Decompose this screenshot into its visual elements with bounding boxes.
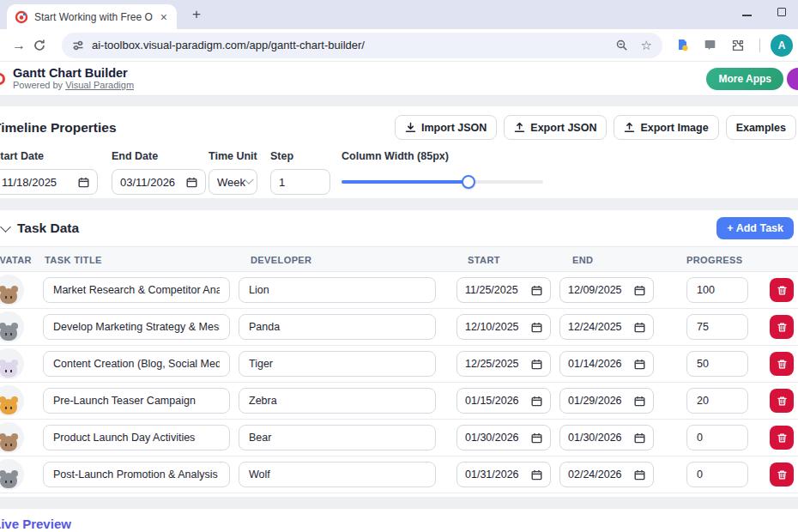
- user-avatar[interactable]: [787, 68, 798, 90]
- progress-input[interactable]: [686, 425, 748, 450]
- calendar-icon[interactable]: [634, 359, 645, 370]
- start-date-input[interactable]: [456, 425, 551, 450]
- flag-extension-icon[interactable]: [704, 39, 716, 51]
- end-date-input[interactable]: [559, 388, 654, 414]
- end-date-input[interactable]: [559, 351, 654, 377]
- start-date-input[interactable]: [0, 169, 98, 195]
- export-json-button[interactable]: Export JSON: [504, 115, 607, 140]
- step-input[interactable]: [270, 169, 330, 195]
- end-date-input[interactable]: [559, 277, 654, 303]
- url-text[interactable]: ai-toolbox.visual-paradigm.com/app/gantt…: [92, 39, 603, 51]
- delete-task-button[interactable]: [770, 426, 794, 450]
- progress-input[interactable]: [686, 388, 748, 414]
- delete-task-button[interactable]: [770, 352, 794, 376]
- new-tab-button[interactable]: +: [187, 6, 206, 25]
- export-image-button[interactable]: Export Image: [614, 115, 718, 140]
- start-date-input[interactable]: [456, 388, 551, 414]
- more-apps-button[interactable]: More Apps: [706, 68, 783, 90]
- calendar-icon[interactable]: [531, 359, 542, 370]
- task-title-input[interactable]: [43, 388, 230, 414]
- end-date-input[interactable]: [559, 462, 654, 487]
- calendar-icon[interactable]: [634, 432, 645, 444]
- calendar-icon[interactable]: [634, 396, 645, 407]
- end-date-input[interactable]: [559, 314, 654, 340]
- add-task-button[interactable]: + Add Task: [716, 217, 794, 239]
- table-row: [0, 420, 798, 456]
- calendar-icon[interactable]: [531, 322, 542, 333]
- section-divider: [0, 198, 798, 210]
- end-date-input[interactable]: [559, 425, 654, 450]
- task-title-input[interactable]: [43, 277, 230, 303]
- calendar-icon[interactable]: [531, 432, 542, 444]
- time-unit-label: Time Unit: [209, 150, 257, 162]
- developer-input[interactable]: [239, 314, 436, 340]
- toolbar-divider: [759, 39, 760, 52]
- zoom-out-icon[interactable]: [615, 39, 629, 52]
- progress-input[interactable]: [686, 277, 748, 303]
- time-unit-select[interactable]: Week: [209, 169, 257, 195]
- window-maximize-button[interactable]: [777, 8, 786, 16]
- start-date-input[interactable]: [456, 351, 551, 377]
- developer-input[interactable]: [239, 351, 436, 377]
- delete-task-button[interactable]: [770, 389, 794, 413]
- start-date-input[interactable]: [456, 462, 551, 487]
- column-header-end: END: [572, 255, 593, 265]
- calendar-icon[interactable]: [531, 396, 542, 407]
- task-table-body: [0, 272, 798, 493]
- trash-icon: [777, 469, 788, 481]
- developer-input[interactable]: [239, 425, 436, 450]
- bear-avatar: [0, 422, 24, 453]
- progress-input[interactable]: [686, 314, 748, 340]
- site-settings-icon[interactable]: [72, 39, 84, 51]
- profile-avatar[interactable]: A: [771, 34, 793, 57]
- column-header-developer: DEVELOPER: [251, 255, 311, 265]
- powered-by-line: Powered by Visual Paradigm: [13, 80, 134, 91]
- task-data-collapse-toggle[interactable]: Task Data: [2, 221, 79, 236]
- column-width-slider[interactable]: [342, 169, 543, 195]
- browser-tab[interactable]: Start Working with Free Online ×: [7, 4, 177, 29]
- import-json-button[interactable]: Import JSON: [395, 115, 497, 140]
- visual-paradigm-link[interactable]: Visual Paradigm: [65, 80, 134, 90]
- reload-icon[interactable]: [29, 39, 50, 52]
- calendar-icon[interactable]: [78, 177, 89, 188]
- docs-extension-icon[interactable]: [676, 39, 689, 51]
- extensions-puzzle-icon[interactable]: [731, 39, 745, 52]
- forward-icon[interactable]: →: [9, 38, 29, 53]
- window-minimize-button[interactable]: [742, 15, 752, 16]
- delete-task-button[interactable]: [770, 315, 794, 339]
- browser-tab-strip: Start Working with Free Online × +: [0, 0, 798, 29]
- calendar-icon[interactable]: [531, 285, 542, 296]
- tab-close-icon[interactable]: ×: [159, 10, 169, 24]
- progress-input[interactable]: [686, 462, 748, 487]
- task-title-input[interactable]: [43, 425, 230, 450]
- chevron-down-icon: [244, 175, 253, 184]
- end-date-input[interactable]: [112, 169, 206, 195]
- calendar-icon[interactable]: [531, 469, 542, 481]
- live-preview-section: Live Preview: [0, 509, 798, 532]
- developer-input[interactable]: [239, 277, 436, 303]
- delete-task-button[interactable]: [770, 462, 794, 487]
- calendar-icon[interactable]: [634, 322, 645, 333]
- delete-task-button[interactable]: [770, 278, 794, 302]
- start-date-input[interactable]: [456, 314, 551, 340]
- calendar-icon[interactable]: [634, 469, 645, 481]
- task-title-input[interactable]: [43, 462, 230, 487]
- developer-input[interactable]: [239, 388, 436, 414]
- app-header: Gantt Chart Builder Powered by Visual Pa…: [0, 62, 798, 96]
- slider-thumb[interactable]: [462, 175, 475, 189]
- bear-avatar: [0, 275, 24, 305]
- task-title-input[interactable]: [43, 314, 230, 340]
- examples-button[interactable]: Examples: [726, 115, 796, 140]
- task-data-section: Task Data + Add Task AVATAR TASK TITLE D…: [0, 210, 798, 497]
- task-title-input[interactable]: [43, 351, 230, 377]
- calendar-icon[interactable]: [634, 285, 645, 296]
- visual-paradigm-logo: [0, 73, 5, 85]
- progress-input[interactable]: [686, 351, 748, 377]
- calendar-icon[interactable]: [186, 177, 197, 188]
- start-date-input[interactable]: [456, 277, 551, 303]
- address-bar[interactable]: ai-toolbox.visual-paradigm.com/app/gantt…: [62, 33, 662, 58]
- chevron-down-icon: [0, 221, 11, 233]
- bookmark-star-icon[interactable]: ☆: [641, 38, 652, 53]
- raccoon-avatar: [0, 459, 24, 490]
- developer-input[interactable]: [239, 462, 436, 487]
